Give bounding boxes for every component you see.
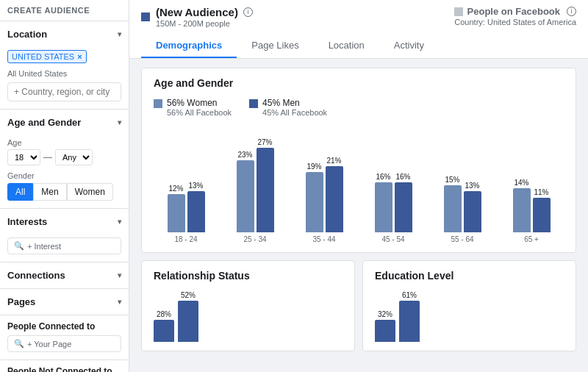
- gender-women-button[interactable]: Women: [67, 183, 113, 201]
- not-connected-content: People Not Connected to 🔍 + Your Page: [0, 360, 129, 372]
- interest-placeholder: + Interest: [27, 242, 61, 251]
- sidebar-pages-header[interactable]: Pages ▾: [0, 289, 129, 315]
- chevron-down-icon-4: ▾: [118, 271, 121, 279]
- location-tag[interactable]: UNITED STATES ×: [7, 50, 87, 63]
- legend-men-color: [249, 99, 258, 108]
- sidebar-section-connected: People Connected to 🔍 + Your Page: [0, 315, 129, 360]
- search-icon-2: 🔍: [14, 339, 24, 348]
- people-not-connected-label: People Not Connected to: [7, 366, 121, 372]
- top-bar: (New Audience) i 150M - 200M people Peop…: [129, 0, 588, 59]
- tab-demographics[interactable]: Demographics: [141, 34, 237, 58]
- legend-men-label: 45% Men: [262, 98, 327, 108]
- education-title: Education Level: [375, 270, 564, 282]
- legend-women-color: [154, 99, 162, 108]
- audience-count: 150M - 200M people: [156, 19, 253, 28]
- tab-location[interactable]: Location: [314, 34, 379, 58]
- location-input[interactable]: [7, 82, 121, 101]
- education-card: Education Level 32% 61%: [362, 260, 576, 351]
- sidebar-section-interests: Interests ▾ 🔍 + Interest: [0, 209, 129, 262]
- age-dash: —: [43, 152, 52, 162]
- tab-activity[interactable]: Activity: [379, 34, 439, 58]
- chevron-down-icon-3: ▾: [118, 218, 121, 226]
- legend-women-label: 56% Women: [167, 98, 232, 108]
- bar-pair: 16%16%: [361, 137, 426, 232]
- chevron-down-icon: ▾: [118, 30, 121, 38]
- women-bar-wrapper: 16%: [375, 137, 392, 232]
- people-fb-color-box: [454, 7, 463, 16]
- all-us-text: All United States: [7, 69, 121, 78]
- men-bar-wrapper: 13%: [464, 137, 481, 232]
- chart-group: 19%21%35 - 44: [292, 137, 356, 243]
- gender-men-button[interactable]: Men: [33, 183, 66, 201]
- age-to-select[interactable]: Any2434: [55, 149, 93, 165]
- people-fb-label: People on Facebook i: [454, 6, 576, 17]
- connected-content: People Connected to 🔍 + Your Page: [0, 315, 129, 360]
- edu-bar-2: 61%: [399, 290, 420, 342]
- sidebar-section-connections: Connections ▾: [0, 262, 129, 289]
- people-fb-info-icon[interactable]: i: [567, 7, 576, 16]
- sidebar-age-gender-content: Age 182125 — Any2434 Gender All Men Wome…: [0, 135, 129, 208]
- tab-page-likes[interactable]: Page Likes: [237, 34, 313, 58]
- rel-bar-2: 52%: [178, 290, 198, 342]
- rel-bar-1: 28%: [154, 290, 174, 342]
- people-fb-sub: Country: United States of America: [454, 18, 576, 26]
- remove-location-button[interactable]: ×: [77, 52, 82, 61]
- sidebar-location-header[interactable]: Location ▾: [0, 21, 129, 47]
- audience-info-block: (New Audience) i 150M - 200M people: [156, 6, 253, 28]
- tabs: Demographics Page Likes Location Activit…: [141, 34, 576, 58]
- men-bar-wrapper: 11%: [533, 137, 551, 232]
- sidebar-interests-header[interactable]: Interests ▾: [0, 209, 129, 235]
- chart-group: 14%11%65 +: [499, 137, 564, 243]
- men-bar-wrapper: 13%: [187, 137, 205, 232]
- audience-info-icon[interactable]: i: [243, 7, 253, 17]
- age-gender-card: Age and Gender 56% Women 56% All Faceboo…: [141, 68, 576, 253]
- connected-placeholder: + Your Page: [27, 340, 71, 348]
- age-gender-chart: 12%13%18 - 2423%27%25 - 3419%21%35 - 441…: [154, 126, 564, 243]
- audience-color-box: [141, 12, 150, 21]
- chart-group: 12%13%18 - 24: [154, 137, 218, 243]
- age-row: 182125 — Any2434: [7, 149, 121, 165]
- connected-search[interactable]: 🔍 + Your Page: [7, 335, 121, 352]
- chart-group: 23%27%25 - 34: [223, 137, 287, 243]
- audience-title: (New Audience): [156, 6, 238, 18]
- people-connected-label: People Connected to: [7, 321, 121, 332]
- women-bar-wrapper: 14%: [513, 137, 531, 232]
- men-bar-wrapper: 27%: [257, 137, 274, 232]
- sidebar: CREATE AUDIENCE Location ▾ UNITED STATES…: [0, 0, 129, 372]
- sidebar-age-gender-header[interactable]: Age and Gender ▾: [0, 110, 129, 135]
- chart-group: 16%16%45 - 54: [361, 137, 426, 243]
- bar-pair: 14%11%: [499, 137, 564, 232]
- legend-women-text: 56% Women 56% All Facebook: [167, 98, 232, 117]
- sidebar-section-location: Location ▾ UNITED STATES × All United St…: [0, 21, 129, 110]
- women-bar-wrapper: 19%: [306, 137, 323, 232]
- women-bar-wrapper: 15%: [444, 137, 462, 232]
- age-label: Age: [7, 138, 121, 147]
- relationship-chart: 28% 52%: [154, 290, 343, 342]
- content-area: Age and Gender 56% Women 56% All Faceboo…: [129, 59, 588, 372]
- relationship-title: Relationship Status: [154, 270, 343, 282]
- sidebar-header: CREATE AUDIENCE: [0, 0, 129, 21]
- people-fb-text: People on Facebook: [467, 6, 560, 17]
- chart-group: 15%13%55 - 64: [430, 137, 495, 243]
- bottom-row: Relationship Status 28% 52% Education Le…: [141, 260, 576, 351]
- audience-row: (New Audience) i 150M - 200M people Peop…: [141, 6, 576, 28]
- age-from-select[interactable]: 182125: [7, 149, 40, 165]
- audience-left: (New Audience) i 150M - 200M people: [141, 6, 253, 28]
- relationship-card: Relationship Status 28% 52%: [141, 260, 355, 351]
- edu-bar-1: 32%: [375, 290, 395, 342]
- age-gender-title: Age and Gender: [154, 77, 564, 89]
- sidebar-section-pages: Pages ▾: [0, 289, 129, 315]
- interest-search[interactable]: 🔍 + Interest: [7, 237, 121, 254]
- legend-men-sub: 45% All Facebook: [262, 108, 327, 117]
- legend-men-text: 45% Men 45% All Facebook: [262, 98, 327, 117]
- chevron-down-icon-2: ▾: [118, 118, 121, 126]
- sidebar-location-content: UNITED STATES × All United States: [0, 47, 129, 109]
- gender-all-button[interactable]: All: [7, 183, 33, 201]
- legend-women-sub: 56% All Facebook: [167, 108, 232, 117]
- sidebar-connections-header[interactable]: Connections ▾: [0, 262, 129, 288]
- legend-men: 45% Men 45% All Facebook: [249, 98, 327, 117]
- bar-pair: 12%13%: [154, 137, 218, 232]
- women-bar-wrapper: 23%: [237, 137, 254, 232]
- sidebar-interests-content: 🔍 + Interest: [0, 235, 129, 262]
- gender-label: Gender: [7, 171, 121, 180]
